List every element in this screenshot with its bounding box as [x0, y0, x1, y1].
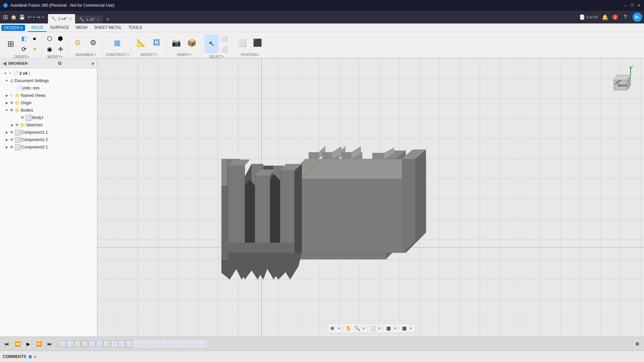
- notification-bell[interactable]: 🔔: [600, 12, 610, 22]
- tree-item-body1[interactable]: ▶ 👁 ⬜ Body1: [0, 114, 97, 121]
- tree-expand-doc[interactable]: ▼: [4, 78, 9, 83]
- new-tab-button[interactable]: +: [104, 15, 112, 23]
- modify-dropdown-arrow[interactable]: ▾: [61, 55, 62, 58]
- tab-surface[interactable]: SURFACE: [47, 23, 72, 32]
- step-1[interactable]: ⬜: [59, 341, 66, 347]
- orbit-dropdown[interactable]: ▾: [337, 326, 341, 330]
- sphere-button[interactable]: ●: [30, 34, 40, 44]
- close-button[interactable]: ✕: [636, 3, 641, 8]
- position2-button[interactable]: ⬛: [250, 34, 265, 52]
- create-dropdown-arrow[interactable]: ▾: [28, 55, 29, 58]
- root-info-icon[interactable]: ℹ: [29, 71, 30, 76]
- step-15[interactable]: ⬜: [163, 341, 169, 347]
- step-5[interactable]: ⬜: [89, 341, 96, 347]
- view-cube[interactable]: BACK LEFT Z: [607, 65, 634, 92]
- step-7[interactable]: ⬜: [104, 341, 110, 347]
- tree-item-component1-2[interactable]: ▶ 👁 ⬜ Component1:2: [0, 136, 97, 143]
- primitive-button[interactable]: ✦: [30, 44, 40, 54]
- undo-icon[interactable]: ↩: [26, 13, 33, 21]
- tree-eye-bodies[interactable]: 👁: [10, 108, 14, 113]
- new-component-button[interactable]: ⊞: [3, 35, 18, 53]
- insert-mesh-button[interactable]: 📦: [184, 34, 199, 52]
- step-6[interactable]: ⬜: [96, 341, 103, 347]
- construct-plane-button[interactable]: ▦: [110, 34, 124, 52]
- joint2-button[interactable]: ⚙: [86, 34, 101, 52]
- tree-eye-root[interactable]: 👁: [8, 71, 12, 76]
- joint-button[interactable]: ⚙: [70, 34, 85, 52]
- undo-dropdown[interactable]: ▾: [33, 15, 35, 19]
- view-cube-svg[interactable]: BACK LEFT Z: [607, 65, 634, 92]
- grid-dropdown[interactable]: ▾: [393, 326, 397, 330]
- tree-item-doc-settings[interactable]: ▼ ⚙ Document Settings: [0, 77, 97, 84]
- tree-item-bodies[interactable]: ▼ 👁 📁 Bodies: [0, 107, 97, 114]
- step-12[interactable]: ⬜: [141, 341, 147, 347]
- orbit-button[interactable]: ⊕: [328, 324, 336, 332]
- minimize-button[interactable]: —: [623, 3, 628, 8]
- insert-dropdown-arrow[interactable]: ▾: [190, 53, 191, 56]
- step-8[interactable]: ⬜: [111, 341, 118, 347]
- tab-2-close[interactable]: ✕: [97, 17, 100, 22]
- extrude-button[interactable]: ◧: [19, 34, 29, 44]
- move-button[interactable]: ✛: [55, 44, 65, 54]
- home-icon[interactable]: 🏠: [10, 13, 17, 21]
- viewport[interactable]: BACK LEFT Z ⊕ ▾ ✋ 🔍 ▾ ⬜ ▾ ▦ ▾ ▦ ▾: [97, 58, 644, 337]
- step-4[interactable]: ⬜: [82, 341, 88, 347]
- maximize-button[interactable]: ❐: [629, 3, 635, 8]
- tab-solid[interactable]: SOLID: [28, 23, 47, 32]
- position-dropdown-arrow[interactable]: ▾: [258, 53, 259, 56]
- tree-item-sketches[interactable]: ▶ 👁 📁 Sketches: [0, 121, 97, 129]
- browser-settings-button[interactable]: ⚙: [58, 61, 62, 66]
- tab-sheetmetal[interactable]: SHEET METAL: [91, 23, 125, 32]
- timeline-play-button[interactable]: ▶: [24, 340, 32, 348]
- press-pull-button[interactable]: ⬡: [45, 34, 55, 44]
- tab-1-close[interactable]: ✕: [69, 17, 72, 21]
- tree-eye-comp21[interactable]: 👁: [10, 145, 14, 149]
- step-16[interactable]: ⬜: [170, 341, 177, 347]
- step-17[interactable]: ⬜: [177, 341, 184, 347]
- comments-resize-handle[interactable]: ▸: [34, 354, 36, 359]
- timeline-last-button[interactable]: ⏭: [46, 340, 54, 348]
- tab-tools[interactable]: TOOLS: [125, 23, 145, 32]
- section-button[interactable]: 🖼: [149, 34, 164, 52]
- inspect-dropdown-arrow[interactable]: ▾: [156, 53, 157, 56]
- measure-button[interactable]: 📐: [134, 34, 149, 52]
- tree-item-component1-1[interactable]: ▶ 👁 ⬜ Component1:1: [0, 129, 97, 136]
- revolve-button[interactable]: ⟳: [19, 44, 29, 54]
- tree-eye-named-views[interactable]: 👁: [10, 93, 14, 98]
- design-dropdown-button[interactable]: DESIGN ▾: [1, 25, 25, 31]
- tree-item-origin[interactable]: ▶ 👁 📁 Origin: [0, 99, 97, 107]
- step-10[interactable]: ⬜: [126, 341, 132, 347]
- apps-icon[interactable]: ⊞: [2, 12, 9, 22]
- display-button[interactable]: ▦: [400, 324, 408, 332]
- redo-icon[interactable]: ↪: [36, 13, 42, 21]
- step-18[interactable]: ⬜: [185, 341, 192, 347]
- pan-button[interactable]: ✋: [344, 324, 352, 332]
- tree-eye-origin[interactable]: 👁: [10, 101, 14, 105]
- browser-expand-button[interactable]: ▸: [92, 61, 94, 66]
- insert-svg-button[interactable]: 📷: [169, 34, 184, 52]
- step-3[interactable]: ⬜: [74, 341, 81, 347]
- zoom-dropdown[interactable]: ▾: [362, 326, 366, 330]
- timeline-prev-button[interactable]: ⏪: [13, 340, 21, 348]
- step-14[interactable]: ⬜: [155, 341, 162, 347]
- tab-1[interactable]: 🔧 2 v4* ✕: [48, 14, 75, 23]
- browser-collapse-button[interactable]: ◀: [3, 61, 6, 66]
- tree-item-component2-1[interactable]: ▶ 👁 ⬜ Component2:1: [0, 143, 97, 151]
- tree-eye-comp12[interactable]: 👁: [10, 137, 14, 142]
- step-2[interactable]: ⬜: [67, 341, 73, 347]
- tree-eye-body1[interactable]: 👁: [20, 115, 24, 120]
- grid-button[interactable]: ▦: [384, 324, 392, 332]
- timeline-next-button[interactable]: ⏩: [35, 340, 43, 348]
- step-20[interactable]: ⬜: [200, 341, 206, 347]
- select-tool-button[interactable]: ↖: [204, 35, 219, 53]
- position1-button[interactable]: ⬜: [235, 34, 250, 52]
- shell-button[interactable]: ⬢: [55, 34, 65, 44]
- redo-dropdown[interactable]: ▾: [42, 15, 44, 19]
- view-mode-button[interactable]: ⬜: [369, 324, 377, 332]
- tree-expand-origin[interactable]: ▶: [4, 100, 9, 106]
- timeline-first-button[interactable]: ⏮: [3, 340, 11, 348]
- zoom-button[interactable]: 🔍: [353, 324, 361, 332]
- select-dropdown-arrow[interactable]: ▾: [223, 55, 224, 58]
- tree-expand-comp12[interactable]: ▶: [4, 137, 9, 142]
- save-icon[interactable]: 💾: [18, 13, 26, 21]
